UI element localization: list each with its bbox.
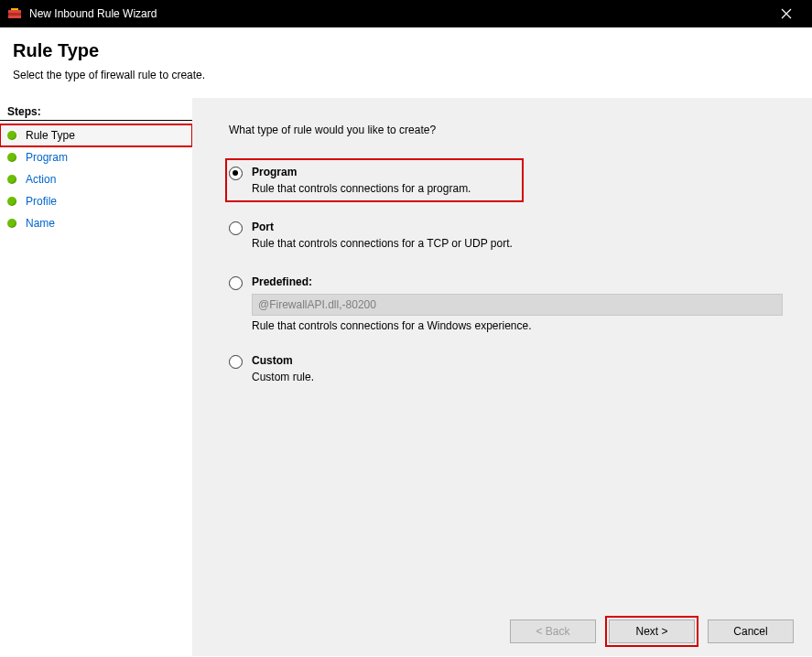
svg-rect-2 <box>8 16 21 18</box>
step-label: Program <box>26 151 68 164</box>
svg-rect-1 <box>8 10 21 13</box>
radio-custom[interactable] <box>229 355 243 369</box>
wizard-header: Rule Type Select the type of firewall ru… <box>0 27 812 98</box>
titlebar: New Inbound Rule Wizard <box>0 0 812 27</box>
option-port-desc: Rule that controls connections for a TCP… <box>252 237 790 250</box>
step-label: Name <box>26 217 55 230</box>
option-custom-desc: Custom rule. <box>252 371 790 383</box>
page-subtitle: Select the type of firewall rule to crea… <box>13 69 799 81</box>
wizard-body: Steps: Rule Type Program Action Profile … <box>0 98 812 656</box>
option-program-body: Program Rule that controls connections f… <box>252 166 516 195</box>
step-bullet-icon <box>7 153 16 162</box>
option-custom-body: Custom Custom rule. <box>252 354 790 383</box>
step-label: Action <box>26 173 56 186</box>
radio-predefined[interactable] <box>229 276 243 290</box>
option-port[interactable]: Port Rule that controls connections for … <box>229 217 794 253</box>
step-profile[interactable]: Profile <box>0 190 192 212</box>
close-icon <box>781 8 792 19</box>
page-title: Rule Type <box>13 40 799 61</box>
step-program[interactable]: Program <box>0 146 192 168</box>
step-bullet-icon <box>7 175 16 184</box>
step-bullet-icon <box>7 197 16 206</box>
radio-program[interactable] <box>229 167 243 180</box>
option-predefined[interactable]: Predefined: @FirewallAPI.dll,-80200 Rule… <box>229 272 794 336</box>
step-label: Profile <box>26 195 57 208</box>
step-bullet-icon <box>7 219 16 228</box>
window-title: New Inbound Rule Wizard <box>29 7 768 20</box>
back-button: < Back <box>510 619 596 643</box>
step-bullet-icon <box>7 131 16 140</box>
option-predefined-title: Predefined: <box>252 275 790 288</box>
option-program-desc: Rule that controls connections for a pro… <box>252 182 516 195</box>
step-rule-type[interactable]: Rule Type <box>0 124 192 146</box>
step-name[interactable]: Name <box>0 212 192 234</box>
option-port-body: Port Rule that controls connections for … <box>252 221 790 250</box>
step-action[interactable]: Action <box>0 168 192 190</box>
steps-sidebar: Steps: Rule Type Program Action Profile … <box>0 98 192 656</box>
option-program[interactable]: Program Rule that controls connections f… <box>229 162 520 199</box>
cancel-button[interactable]: Cancel <box>708 619 794 643</box>
option-predefined-body: Predefined: @FirewallAPI.dll,-80200 Rule… <box>252 275 790 332</box>
close-button[interactable] <box>768 0 805 27</box>
predefined-dropdown[interactable]: @FirewallAPI.dll,-80200 <box>252 294 783 316</box>
step-label: Rule Type <box>26 129 75 142</box>
option-custom-title: Custom <box>252 354 790 367</box>
option-custom[interactable]: Custom Custom rule. <box>229 350 794 387</box>
wizard-button-row: < Back Next > Cancel <box>510 619 794 643</box>
predefined-dropdown-value: @FirewallAPI.dll,-80200 <box>258 298 376 311</box>
option-port-title: Port <box>252 221 790 233</box>
option-program-title: Program <box>252 166 516 178</box>
option-predefined-desc: Rule that controls connections for a Win… <box>252 319 790 332</box>
firewall-app-icon <box>7 6 22 21</box>
radio-port[interactable] <box>229 221 243 235</box>
steps-heading: Steps: <box>0 105 192 121</box>
rule-type-prompt: What type of rule would you like to crea… <box>229 124 794 136</box>
main-panel: What type of rule would you like to crea… <box>192 98 812 656</box>
next-button[interactable]: Next > <box>609 619 695 643</box>
